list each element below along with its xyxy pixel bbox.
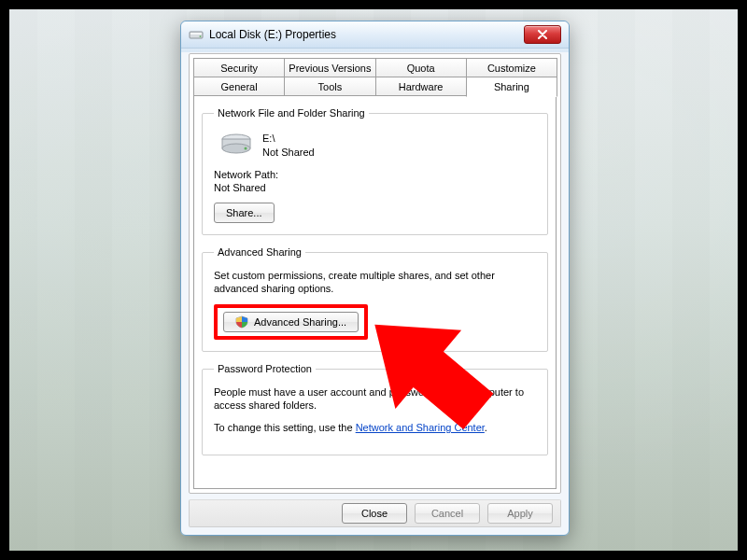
tab-quota[interactable]: Quota <box>375 58 467 77</box>
network-and-sharing-center-link[interactable]: Network and Sharing Center <box>356 422 485 433</box>
tab-content-sharing: Network File and Folder Sharing E:\ Not … <box>193 96 557 489</box>
client-area: Security Previous Versions Quota Customi… <box>189 53 561 494</box>
group-advanced-sharing: Advanced Sharing Set custom permissions,… <box>202 246 548 352</box>
svg-point-2 <box>200 35 202 37</box>
uac-shield-icon <box>235 315 248 329</box>
tab-tools[interactable]: Tools <box>284 77 375 96</box>
network-path-value: Not Shared <box>214 182 536 193</box>
share-status: Not Shared <box>262 146 315 160</box>
drive-large-icon <box>219 132 253 154</box>
close-button[interactable]: Close <box>342 503 407 524</box>
svg-point-6 <box>245 147 247 150</box>
advanced-sharing-description: Set custom permissions, create multiple … <box>214 269 536 295</box>
tab-hardware[interactable]: Hardware <box>375 77 467 96</box>
group-password-protection: Password Protection People must have a u… <box>202 363 548 455</box>
password-protection-hint: To change this setting, use the Network … <box>214 421 536 434</box>
tutorial-highlight: Advanced Sharing... <box>214 304 368 340</box>
network-path-label: Network Path: <box>214 169 536 180</box>
dialog-footer: Close Cancel Apply <box>189 499 561 527</box>
drive-path: E:\ <box>262 132 315 146</box>
group-network-file-sharing: Network File and Folder Sharing E:\ Not … <box>202 107 548 235</box>
cancel-button[interactable]: Cancel <box>415 503 480 524</box>
password-protection-description: People must have a user account and pass… <box>214 385 536 412</box>
advanced-sharing-button-label: Advanced Sharing... <box>254 316 346 328</box>
properties-dialog: Local Disk (E:) Properties Security Prev… <box>180 21 570 536</box>
svg-rect-1 <box>190 33 202 35</box>
group-legend: Network File and Folder Sharing <box>214 107 369 119</box>
titlebar[interactable]: Local Disk (E:) Properties <box>181 21 569 49</box>
tab-customize[interactable]: Customize <box>466 58 557 77</box>
apply-button[interactable]: Apply <box>487 503 553 524</box>
tab-general[interactable]: General <box>193 77 285 96</box>
drive-icon <box>189 27 204 42</box>
group-legend: Password Protection <box>214 363 316 374</box>
tab-sharing[interactable]: Sharing <box>466 77 557 97</box>
tab-previous-versions[interactable]: Previous Versions <box>284 58 375 77</box>
hint-prefix: To change this setting, use the <box>214 422 356 433</box>
group-legend: Advanced Sharing <box>214 246 305 258</box>
tabstrip: Security Previous Versions Quota Customi… <box>190 54 560 97</box>
advanced-sharing-button[interactable]: Advanced Sharing... <box>223 312 359 332</box>
window-title: Local Disk (E:) Properties <box>209 28 336 41</box>
hint-suffix: . <box>485 422 487 433</box>
tab-security[interactable]: Security <box>193 58 285 77</box>
share-button[interactable]: Share... <box>214 203 275 223</box>
close-window-button[interactable] <box>524 25 561 44</box>
